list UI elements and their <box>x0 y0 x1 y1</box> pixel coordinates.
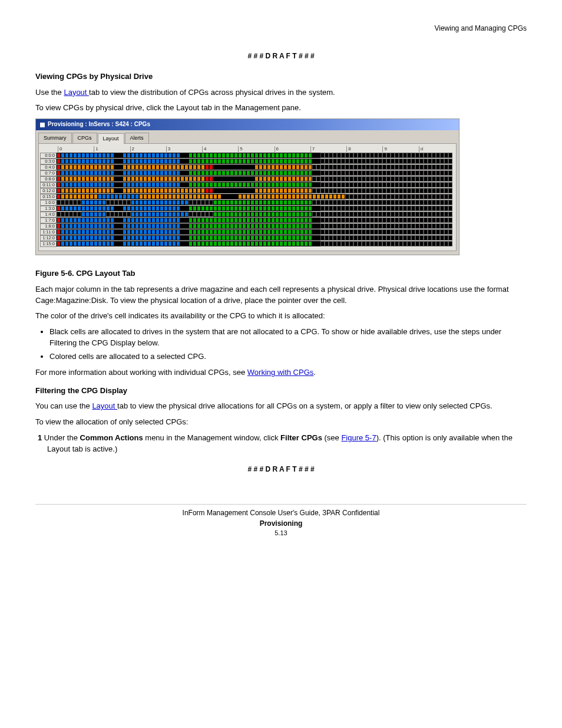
drive-cell[interactable] <box>226 176 230 182</box>
drive-cell[interactable] <box>267 164 271 170</box>
drive-cell[interactable] <box>349 235 353 241</box>
drive-cell[interactable] <box>316 206 320 211</box>
drive-cell[interactable] <box>407 235 411 241</box>
drive-cell[interactable] <box>271 223 275 229</box>
drive-cell[interactable] <box>139 164 143 170</box>
drive-cell[interactable] <box>382 229 386 235</box>
drive-cell[interactable] <box>263 194 267 199</box>
drive-cell[interactable] <box>213 153 217 158</box>
drive-cell[interactable] <box>428 164 432 170</box>
drive-cell[interactable] <box>279 223 283 229</box>
drive-cell[interactable] <box>370 182 374 187</box>
drive-cell[interactable] <box>57 170 61 176</box>
drive-cell[interactable] <box>436 241 440 246</box>
drive-cell[interactable] <box>209 164 213 170</box>
drive-cell[interactable] <box>407 188 411 193</box>
drive-cell[interactable] <box>106 223 110 229</box>
drive-cell[interactable] <box>189 235 193 241</box>
drive-cell[interactable] <box>250 159 254 164</box>
drive-cell[interactable] <box>201 164 205 170</box>
drive-cell[interactable] <box>164 182 168 187</box>
drive-cell[interactable] <box>57 218 61 223</box>
drive-cell[interactable] <box>61 212 65 217</box>
drive-cell[interactable] <box>325 188 329 193</box>
drive-cell[interactable] <box>110 212 114 217</box>
drive-cell[interactable] <box>61 164 65 170</box>
drive-cell[interactable] <box>374 229 378 235</box>
drive-cell[interactable] <box>172 159 176 164</box>
drive-cell[interactable] <box>403 223 407 229</box>
drive-cell[interactable] <box>432 182 436 187</box>
drive-cell[interactable] <box>147 206 151 211</box>
drive-cell[interactable] <box>106 206 110 211</box>
drive-cell[interactable] <box>370 212 374 217</box>
drive-cell[interactable] <box>156 164 160 170</box>
drive-cell[interactable] <box>131 200 135 205</box>
drive-cell[interactable] <box>135 235 139 241</box>
drive-cell[interactable] <box>333 164 337 170</box>
drive-cell[interactable] <box>123 194 127 199</box>
drive-cell[interactable] <box>378 235 382 241</box>
drive-cell[interactable] <box>94 223 98 229</box>
drive-cell[interactable] <box>444 182 448 187</box>
drive-cell[interactable] <box>304 159 308 164</box>
drive-cell[interactable] <box>259 223 263 229</box>
drive-cell[interactable] <box>230 176 234 182</box>
drive-cell[interactable] <box>411 206 415 211</box>
drive-cell[interactable] <box>337 200 341 205</box>
drive-cell[interactable] <box>292 194 296 199</box>
drive-cell[interactable] <box>362 223 366 229</box>
drive-cell[interactable] <box>242 164 246 170</box>
drive-cell[interactable] <box>296 212 300 217</box>
drive-cell[interactable] <box>358 212 362 217</box>
drive-cell[interactable] <box>395 241 399 246</box>
drive-cell[interactable] <box>118 235 123 241</box>
drive-cell[interactable] <box>254 188 259 193</box>
drive-cell[interactable] <box>246 164 250 170</box>
drive-cell[interactable] <box>254 164 259 170</box>
drive-cell[interactable] <box>197 200 201 205</box>
drive-cell[interactable] <box>147 229 151 235</box>
drive-cell[interactable] <box>304 200 308 205</box>
drive-cell[interactable] <box>69 170 73 176</box>
drive-cell[interactable] <box>407 194 411 199</box>
drive-cell[interactable] <box>349 223 353 229</box>
drive-cell[interactable] <box>180 223 184 229</box>
drive-cell[interactable] <box>382 153 386 158</box>
drive-cell[interactable] <box>432 170 436 176</box>
drive-cell[interactable] <box>172 194 176 199</box>
drive-cell[interactable] <box>81 159 85 164</box>
drive-cell[interactable] <box>217 235 222 241</box>
drive-cell[interactable] <box>440 200 444 205</box>
drive-cell[interactable] <box>378 223 382 229</box>
drive-cell[interactable] <box>77 235 81 241</box>
drive-cell[interactable] <box>382 176 386 182</box>
drive-cell[interactable] <box>189 164 193 170</box>
link-figure-5-7[interactable]: Figure 5-7 <box>341 433 376 442</box>
drive-cell[interactable] <box>440 223 444 229</box>
drive-cell[interactable] <box>395 188 399 193</box>
drive-cell[interactable] <box>193 229 197 235</box>
drive-cell[interactable] <box>234 153 238 158</box>
drive-cell[interactable] <box>98 223 102 229</box>
drive-cell[interactable] <box>176 164 180 170</box>
drive-cell[interactable] <box>61 170 65 176</box>
drive-cell[interactable] <box>391 241 395 246</box>
drive-cell[interactable] <box>320 206 325 211</box>
drive-cell[interactable] <box>193 153 197 158</box>
drive-cell[interactable] <box>77 194 81 199</box>
drive-cell[interactable] <box>419 176 424 182</box>
drive-cell[interactable] <box>151 188 156 193</box>
drive-cell[interactable] <box>341 241 345 246</box>
drive-cell[interactable] <box>65 206 69 211</box>
drive-cell[interactable] <box>226 218 230 223</box>
drive-cell[interactable] <box>259 218 263 223</box>
drive-cell[interactable] <box>151 223 156 229</box>
drive-cell[interactable] <box>197 223 201 229</box>
drive-cell[interactable] <box>193 212 197 217</box>
drive-cell[interactable] <box>114 188 118 193</box>
drive-cell[interactable] <box>345 153 349 158</box>
drive-cell[interactable] <box>341 182 345 187</box>
drive-cell[interactable] <box>415 182 419 187</box>
drive-cell[interactable] <box>386 229 391 235</box>
